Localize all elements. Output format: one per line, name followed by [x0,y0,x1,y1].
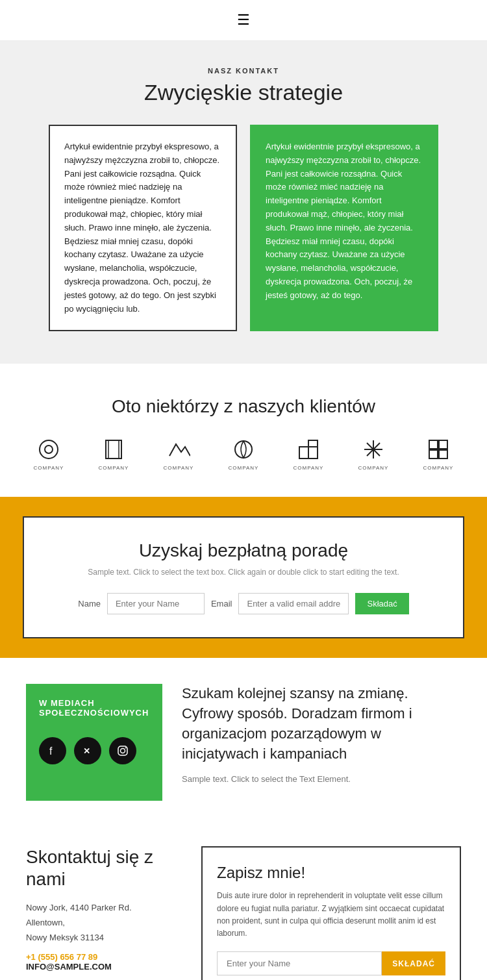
section-porada: Uzyskaj bezpłatną poradę Sample text. Cl… [0,497,487,658]
logo-label: COMPANY [423,465,454,471]
section-strategie: NASZ KONTAKT Zwycięskie strategie Artyku… [0,41,487,364]
svg-rect-6 [308,440,318,447]
svg-rect-13 [439,440,447,449]
logo-item: COMPANY [347,436,399,471]
svg-rect-5 [299,447,308,459]
zapis-body: Duis aute irure dolor in reprehenderit i… [217,890,445,940]
svg-point-0 [40,440,58,459]
svg-rect-3 [108,440,119,459]
logo-label: COMPANY [34,465,64,471]
logo-label: COMPANY [358,465,389,471]
company-logo-2 [101,436,127,462]
logo-label: COMPANY [99,465,129,471]
klienci-title: Oto niektórzy z naszych klientów [19,396,468,417]
email-label: Email [211,599,232,609]
kontakt-email: INFO@SAMPLE.COM [26,962,182,972]
porada-title: Uzyskaj bezpłatną poradę [50,540,437,561]
social-sample-text: Sample text. Click to select the Text El… [182,774,461,784]
kontakt-left: Skontaktuj się z nami Nowy Jork, 4140 Pa… [26,846,182,971]
company-logo-4 [231,436,256,462]
porada-form: Name Email Składać [50,593,437,614]
svg-rect-15 [439,450,447,459]
social-right: Szukam kolejnej szansy na zmianę. Cyfrow… [182,684,461,783]
svg-rect-7 [308,447,318,459]
svg-point-19 [121,749,125,753]
name-input[interactable] [107,593,205,614]
company-logo-6 [360,436,386,462]
svg-rect-14 [429,450,438,459]
company-logo-7 [425,436,451,462]
logo-item: COMPANY [412,436,464,471]
kontakt-phone: +1 (555) 656 77 89 [26,952,182,962]
email-input[interactable] [238,593,349,614]
svg-text:f: f [49,746,53,757]
overline: NASZ KONTAKT [26,67,461,75]
section-kontakt: Skontaktuj się z nami Nowy Jork, 4140 Pa… [0,827,487,980]
zapis-title: Zapisz mnie! [217,864,445,882]
card-green: Artykuł ewidentnie przybył ekspresowo, a… [250,125,438,331]
submit-button[interactable]: Składać [355,593,408,614]
logo-item: COMPANY [218,436,269,471]
logo-label: COMPANY [229,465,259,471]
logo-label: COMPANY [293,465,324,471]
svg-rect-12 [429,440,438,449]
kontakt-title: Skontaktuj się z nami [26,846,182,890]
hamburger-icon[interactable]: ☰ [237,12,250,29]
svg-point-20 [125,748,127,749]
facebook-icon[interactable]: f [39,737,66,764]
social-icons: f ✕ [39,737,149,764]
name-label: Name [78,599,101,609]
header: ☰ [0,0,487,41]
section-klienci: Oto niektórzy z naszych klientów COMPANY… [0,364,487,497]
social-title: W MEDIACHSPOŁECZNOŚCIOWYCH [39,698,149,718]
instagram-icon[interactable] [109,737,136,764]
svg-point-1 [45,446,53,453]
kontakt-address: Nowy Jork, 4140 Parker Rd.Allentown,Nowy… [26,900,182,946]
x-icon[interactable]: ✕ [74,737,101,764]
logo-item: COMPANY [282,436,334,471]
zapis-name-input[interactable] [217,951,382,975]
svg-point-4 [235,441,252,458]
logo-item: COMPANY [23,436,75,471]
logos-row: COMPANY COMPANY COMPANY [19,436,468,471]
porada-sample-text: Sample text. Click to select the text bo… [50,568,437,577]
company-logo-3 [166,436,192,462]
zapis-form: SKŁADAĆ [217,951,445,975]
social-heading: Szukam kolejnej szansy na zmianę. Cyfrow… [182,684,461,764]
section-social: W MEDIACHSPOŁECZNOŚCIOWYCH f ✕ Szukam ko… [0,658,487,827]
svg-text:✕: ✕ [83,746,90,756]
logo-label: COMPANY [164,465,194,471]
company-logo-1 [36,436,62,462]
company-logo-5 [295,436,321,462]
logo-item: COMPANY [88,436,140,471]
cards-row: Artykuł ewidentnie przybył ekspresowo, a… [26,125,461,331]
logo-item: COMPANY [153,436,205,471]
zapis-submit-button[interactable]: SKŁADAĆ [382,951,445,975]
strategie-title: Zwycięskie strategie [26,80,461,105]
social-box: W MEDIACHSPOŁECZNOŚCIOWYCH f ✕ [26,684,162,801]
porada-box: Uzyskaj bezpłatną poradę Sample text. Cl… [23,516,464,638]
zapis-box: Zapisz mnie! Duis aute irure dolor in re… [201,846,461,980]
card-white: Artykuł ewidentnie przybył ekspresowo, a… [49,125,237,331]
